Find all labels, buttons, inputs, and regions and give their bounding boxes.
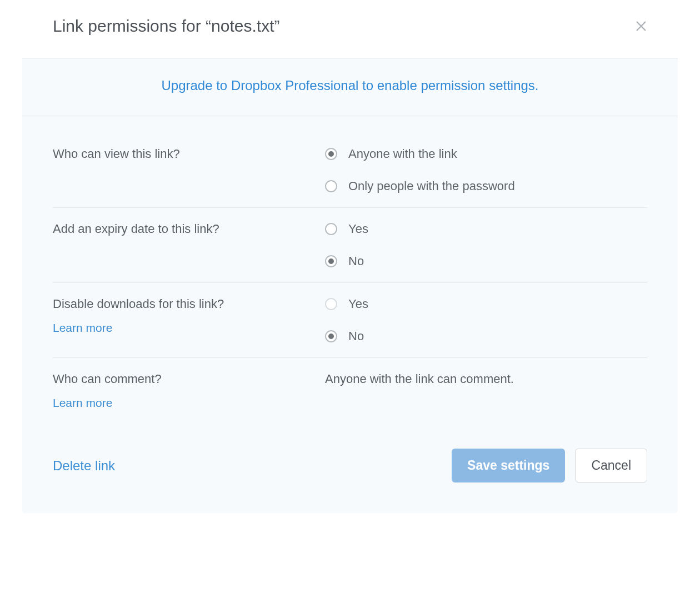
setting-label-expiry: Add an expiry date to this link?: [53, 222, 325, 268]
close-icon[interactable]: [635, 20, 647, 32]
footer-actions: Save settings Cancel: [452, 449, 647, 482]
setting-options-view: Anyone with the link Only people with th…: [325, 147, 647, 193]
radio-downloads-yes[interactable]: Yes: [325, 297, 647, 311]
setting-value-comment: Anyone with the link can comment.: [325, 372, 647, 410]
upgrade-link[interactable]: Upgrade to Dropbox Professional to enabl…: [161, 78, 538, 93]
radio-icon: [325, 180, 337, 192]
radio-label: Yes: [348, 297, 368, 311]
radio-label: No: [348, 254, 364, 268]
save-settings-button[interactable]: Save settings: [452, 449, 565, 482]
radio-icon: [325, 148, 337, 160]
radio-label: No: [348, 329, 364, 344]
setting-row-comment: Who can comment? Learn more Anyone with …: [53, 358, 647, 424]
learn-more-comment[interactable]: Learn more: [53, 396, 325, 410]
radio-expiry-yes[interactable]: Yes: [325, 222, 647, 236]
radio-icon: [325, 330, 337, 342]
link-permissions-modal: Link permissions for “notes.txt” Upgrade…: [22, 0, 678, 513]
setting-options-downloads: Yes No: [325, 297, 647, 344]
delete-link[interactable]: Delete link: [53, 458, 115, 474]
learn-more-downloads[interactable]: Learn more: [53, 321, 325, 335]
radio-label: Yes: [348, 222, 368, 236]
radio-label: Anyone with the link: [348, 147, 457, 161]
radio-downloads-no[interactable]: No: [325, 329, 647, 344]
modal-title: Link permissions for “notes.txt”: [53, 17, 279, 36]
cancel-button[interactable]: Cancel: [575, 449, 647, 482]
radio-icon: [325, 298, 337, 310]
upgrade-banner: Upgrade to Dropbox Professional to enabl…: [22, 58, 678, 116]
modal-footer: Delete link Save settings Cancel: [22, 440, 678, 513]
radio-label: Only people with the password: [348, 179, 515, 193]
settings-body: Who can view this link? Anyone with the …: [22, 116, 678, 440]
setting-row-view: Who can view this link? Anyone with the …: [53, 133, 647, 208]
setting-label-view: Who can view this link?: [53, 147, 325, 193]
comment-value-text: Anyone with the link can comment.: [325, 372, 647, 386]
radio-expiry-no[interactable]: No: [325, 254, 647, 268]
setting-row-downloads: Disable downloads for this link? Learn m…: [53, 283, 647, 358]
radio-icon: [325, 255, 337, 267]
radio-view-anyone[interactable]: Anyone with the link: [325, 147, 647, 161]
setting-label-downloads: Disable downloads for this link?: [53, 297, 224, 311]
radio-view-password[interactable]: Only people with the password: [325, 179, 647, 193]
radio-icon: [325, 223, 337, 235]
modal-header: Link permissions for “notes.txt”: [22, 0, 678, 58]
setting-label-comment: Who can comment?: [53, 372, 162, 386]
setting-options-expiry: Yes No: [325, 222, 647, 268]
setting-row-expiry: Add an expiry date to this link? Yes No: [53, 208, 647, 283]
